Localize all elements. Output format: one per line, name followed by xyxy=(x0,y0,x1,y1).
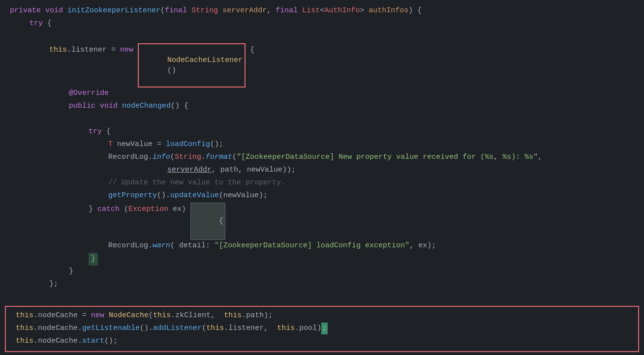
type-exception: Exception xyxy=(128,204,168,215)
class-nodecachelistener: NodeCacheListener xyxy=(167,56,243,64)
bottom-line-2: this . nodeCache . getListenable (). add… xyxy=(11,323,633,335)
keyword-try2: try xyxy=(89,126,102,138)
code-line-9: T newValue = loadConfig (); xyxy=(0,139,644,151)
method-info: info xyxy=(153,151,170,163)
param-serverAddr: serverAddr xyxy=(222,5,267,17)
catch-brace-highlight: { xyxy=(190,203,225,240)
class-recordlog2: RecordLog xyxy=(108,240,148,252)
type-authinfo: AuthInfo xyxy=(324,5,360,17)
code-line-2: try { xyxy=(0,18,644,30)
code-line-5: @Override xyxy=(0,88,644,100)
code-line-10: RecordLog . info ( String . format ( "[Z… xyxy=(0,151,644,164)
keyword-new: new xyxy=(120,44,133,56)
bottom-line-1: this . nodeCache = new NodeCache ( this … xyxy=(11,310,633,323)
class-recordlog: RecordLog xyxy=(108,151,148,163)
code-line-empty3 xyxy=(0,291,644,304)
type-T: T xyxy=(108,139,113,150)
string-format: "[ZookeeperDataSource] New property valu… xyxy=(237,151,533,163)
code-line-17: } xyxy=(0,266,644,278)
code-line-8: try { xyxy=(0,126,644,139)
code-line-16: } xyxy=(0,253,644,266)
bottom-code-block: this . nodeCache = new NodeCache ( this … xyxy=(5,306,639,352)
keyword-final2: final xyxy=(276,5,298,17)
class-string: String xyxy=(175,151,201,163)
type-string: String xyxy=(191,5,218,17)
method-nodechanged: nodeChanged xyxy=(122,100,171,112)
code-line-1: private void initZookeeperListener ( fin… xyxy=(0,5,644,18)
method-updatevalue: updateValue xyxy=(170,190,219,202)
semicolon-highlight: ; xyxy=(321,323,328,334)
bottom-line-3: this . nodeCache . start (); xyxy=(11,335,633,348)
var-path: path xyxy=(220,164,238,176)
keyword-void: void xyxy=(45,5,63,17)
method-warn: warn xyxy=(153,240,170,252)
keyword-void2: void xyxy=(100,100,118,112)
keyword-try: try xyxy=(30,18,43,30)
code-editor: private void initZookeeperListener ( fin… xyxy=(0,0,644,355)
keyword-catch: catch xyxy=(97,204,120,215)
method-format: format xyxy=(206,151,232,163)
var-newvalue3: newValue xyxy=(223,190,259,202)
comment-update: // Update the new value to the property. xyxy=(108,177,285,189)
param-authInfos: authInfos xyxy=(368,5,408,17)
string-warn: "[ZookeeperDataSource] loadConfig except… xyxy=(215,240,409,252)
code-line-6: public void nodeChanged () { xyxy=(0,100,644,113)
keyword-public: public xyxy=(69,100,95,112)
code-line-18: }; xyxy=(0,278,644,291)
method-loadconfig: loadConfig xyxy=(166,139,210,150)
method-name: initZookeeperListener xyxy=(67,5,160,17)
annotation-override: @Override xyxy=(69,88,109,99)
method-getproperty: getProperty xyxy=(108,190,157,202)
code-line-empty1 xyxy=(0,30,644,43)
var-newvalue: newValue xyxy=(117,139,153,150)
close-catch-brace: } xyxy=(89,253,98,266)
code-line-empty2 xyxy=(0,113,644,126)
keyword-private: private xyxy=(10,5,41,17)
var-newvalue2: newValue xyxy=(247,164,282,176)
type-list: List xyxy=(302,5,320,17)
code-line-15: RecordLog . warn ( detail: "[ZookeeperDa… xyxy=(0,240,644,253)
prop-listener: listener xyxy=(71,44,107,56)
code-line-13: getProperty (). updateValue ( newValue )… xyxy=(0,190,644,203)
keyword-final: final xyxy=(165,5,187,17)
keyword-this: this xyxy=(49,44,67,56)
nodecachelistener-highlight: NodeCacheListener () xyxy=(138,43,245,88)
code-line-11: serverAddr , path , newValue )); xyxy=(0,164,644,177)
code-line-12: // Update the new value to the property. xyxy=(0,177,644,190)
code-line-14: } catch ( Exception ex) { xyxy=(0,203,644,240)
var-serveraddr: serverAddr xyxy=(167,164,212,176)
code-line-4: this . listener = new NodeCacheListener … xyxy=(0,43,644,88)
